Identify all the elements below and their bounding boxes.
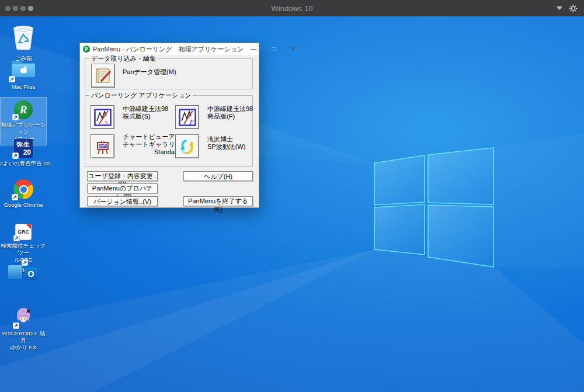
desktop-icon-voiceroid[interactable]: VOICEROID＋ 結月 ゆかり EX xyxy=(1,307,46,351)
chugen-commodity-button[interactable]: F xyxy=(175,105,199,129)
shortcut-arrow-icon xyxy=(12,152,19,159)
exit-button[interactable]: PanMenuを終了する(E) xyxy=(183,196,253,206)
chugen-stock-label: 中源線建玉法98 株式版(S) xyxy=(123,105,168,120)
shortcut-arrow-icon xyxy=(12,114,19,120)
easel-chart-icon xyxy=(94,138,112,155)
minimize-button[interactable]: — xyxy=(244,43,263,55)
anime-character-icon xyxy=(15,307,32,328)
help-button[interactable]: ヘルプ(H) xyxy=(183,171,253,181)
shortcut-arrow-icon xyxy=(13,322,19,329)
desktop-icon-label: Mac Files xyxy=(12,84,36,91)
chugen-stock-button[interactable]: s xyxy=(91,105,114,129)
chugen-commodity-label: 中源線建玉法98 商品版(F) xyxy=(207,105,253,120)
grc-icon: GRC xyxy=(15,224,32,240)
desktop-icon-label: VOICEROID＋ 結月 ゆかり EX xyxy=(1,330,46,351)
shortcut-arrow-icon xyxy=(22,259,28,266)
group-panrolling-apps: パンローリング アプリケーション s 中源線建玉法98 株式版(S) F 中源線… xyxy=(85,95,253,167)
window-control-dot[interactable] xyxy=(20,6,26,11)
desktop-icon-yayoi[interactable]: 弥生 20 やよいの青色申告 20 xyxy=(1,139,46,167)
sp-wave-button[interactable] xyxy=(175,134,199,158)
panmenu-window-title: PanMenu - パンローリング 相場アプリケーション xyxy=(93,45,244,54)
group-data-title: データ取り込み・編集 xyxy=(89,54,158,63)
version-button[interactable]: バージョン情報..(V) xyxy=(87,196,158,206)
vm-title-bar: Windows 10 xyxy=(0,0,584,16)
chrome-icon xyxy=(13,179,33,199)
sp-wave-label: 滝沢博士 SP波動法(W) xyxy=(207,136,245,151)
window-control-dot[interactable] xyxy=(28,6,33,11)
desktop-icon-label: やよいの青色申告 20 xyxy=(0,160,50,167)
window-control-dot[interactable] xyxy=(13,6,18,11)
properties-button[interactable]: PanMenuのプロパティ..(P) xyxy=(87,183,158,193)
chevron-down-icon[interactable] xyxy=(557,6,562,10)
desktop-icon-label: Google Chrome xyxy=(4,202,43,209)
vm-window-title: Windows 10 xyxy=(0,4,584,13)
panmenu-app-icon: P xyxy=(83,46,90,53)
chart-f-icon: F xyxy=(179,109,196,126)
shortcut-arrow-icon xyxy=(12,194,18,200)
pan-data-manage-button[interactable] xyxy=(91,64,115,88)
window-control-dots[interactable] xyxy=(5,6,33,11)
group-data-import: データ取り込み・編集 Panデータ管理(M) xyxy=(85,58,253,89)
red-arrow-icon xyxy=(26,224,31,229)
panmenu-title-bar[interactable]: P PanMenu - パンローリング 相場アプリケーション — □ ✕ xyxy=(80,43,259,55)
close-button[interactable]: ✕ xyxy=(283,43,303,55)
gear-icon[interactable] xyxy=(569,4,578,13)
panmenu-window: P PanMenu - パンローリング 相場アプリケーション — □ ✕ データ… xyxy=(79,43,259,208)
panrolling-logo-icon: R xyxy=(14,100,33,119)
group-apps-title: パンローリング アプリケーション xyxy=(89,91,193,100)
yayoi-icon: 弥生 20 xyxy=(14,139,33,158)
desktop-icon-mac-files[interactable]: Mac Files xyxy=(1,58,46,91)
desktop-icon-recycle-bin[interactable]: ごみ箱 xyxy=(1,21,46,62)
wave-arrows-icon xyxy=(179,138,196,155)
pan-data-manage-label: Panデータ管理(M) xyxy=(123,68,176,76)
mac-folder-icon xyxy=(11,58,36,81)
chart-viewer-button[interactable] xyxy=(91,134,114,158)
svg-text:F: F xyxy=(189,117,194,126)
window-control-dot[interactable] xyxy=(5,6,11,11)
shortcut-arrow-icon xyxy=(9,76,15,82)
chart-s-icon: s xyxy=(94,109,112,126)
windows-logo xyxy=(374,148,493,267)
maximize-button[interactable]: □ xyxy=(263,43,283,55)
desktop-icon-grc[interactable]: GRC 検索順位チェックツー ルGRC xyxy=(1,224,46,263)
scroll-pencil-icon xyxy=(94,67,113,85)
desktop-icon-outlook[interactable]: O Outlook xyxy=(1,265,46,274)
desktop-icon-google-chrome[interactable]: Google Chrome xyxy=(1,179,46,209)
user-register-button[interactable]: ユーザ登録・内容変更..(R) xyxy=(87,171,158,181)
svg-text:s: s xyxy=(105,117,107,126)
shortcut-arrow-icon xyxy=(13,235,20,241)
desktop-icon-souba-app-menu[interactable]: R 相場アプリケーション メニュー xyxy=(1,98,46,145)
recycle-bin-icon xyxy=(10,21,37,53)
